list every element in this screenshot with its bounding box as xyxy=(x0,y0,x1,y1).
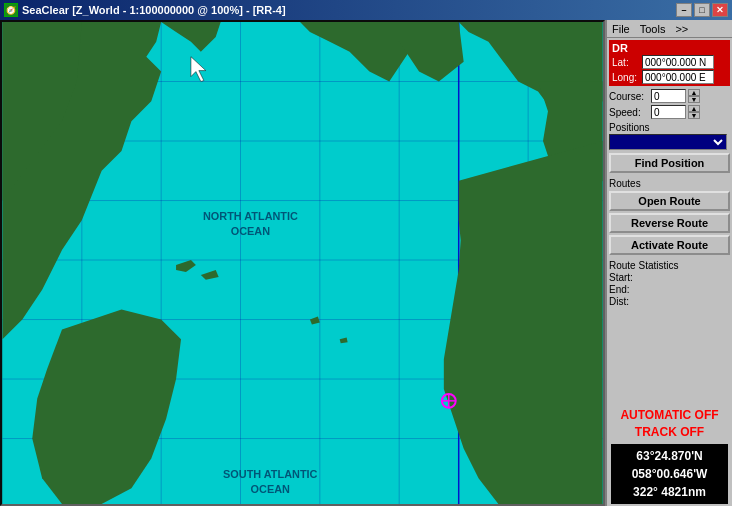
auto-track-status: AUTOMATIC OFF TRACK OFF xyxy=(611,407,728,441)
dr-section: DR Lat: Long: xyxy=(609,40,730,86)
dist-stat: Dist: xyxy=(609,296,730,307)
routes-section: Routes Open Route Reverse Route Activate… xyxy=(609,178,730,255)
dr-label: DR xyxy=(612,42,727,54)
lon-row: Long: xyxy=(612,70,727,84)
minimize-button[interactable]: – xyxy=(676,3,692,17)
speed-row: Speed: ▲ ▼ xyxy=(609,105,730,119)
display-bearing: 322° 4821nm xyxy=(614,483,725,501)
display-lon: 058°00.646'W xyxy=(614,465,725,483)
course-row: Course: ▲ ▼ xyxy=(609,89,730,103)
speed-spinner: ▲ ▼ xyxy=(688,105,700,119)
course-label: Course: xyxy=(609,91,649,102)
menu-bar: File Tools >> xyxy=(607,20,732,38)
speed-down[interactable]: ▼ xyxy=(688,112,700,119)
lat-label: Lat: xyxy=(612,57,640,68)
more-menu[interactable]: >> xyxy=(672,22,691,36)
course-input[interactable] xyxy=(651,89,686,103)
svg-text:SOUTH ATLANTIC: SOUTH ATLANTIC xyxy=(223,468,318,480)
end-stat: End: xyxy=(609,284,730,295)
positions-dropdown[interactable] xyxy=(609,134,727,150)
route-stats-label: Route Statistics xyxy=(609,260,730,271)
reverse-route-button[interactable]: Reverse Route xyxy=(609,213,730,233)
titlebar-left: 🧭 SeaClear [Z_World - 1:100000000 @ 100%… xyxy=(4,3,286,17)
speed-label: Speed: xyxy=(609,107,649,118)
tools-menu[interactable]: Tools xyxy=(637,22,669,36)
lon-label: Long: xyxy=(612,72,640,83)
status-area: AUTOMATIC OFF TRACK OFF 63°24.870'N 058°… xyxy=(607,403,732,506)
routes-label: Routes xyxy=(609,178,730,189)
positions-label: Positions xyxy=(609,122,730,133)
start-label: Start: xyxy=(609,272,633,283)
maximize-button[interactable]: □ xyxy=(694,3,710,17)
auto-status: AUTOMATIC OFF xyxy=(611,407,728,424)
svg-text:NORTH ATLANTIC: NORTH ATLANTIC xyxy=(203,210,298,222)
start-stat: Start: xyxy=(609,272,730,283)
titlebar-title: SeaClear [Z_World - 1:100000000 @ 100%] … xyxy=(22,4,286,16)
close-button[interactable]: ✕ xyxy=(712,3,728,17)
main-layout: NORTH ATLANTIC OCEAN SOUTH ATLANTIC OCEA… xyxy=(0,20,732,506)
file-menu[interactable]: File xyxy=(609,22,633,36)
speed-up[interactable]: ▲ xyxy=(688,105,700,112)
map-svg: NORTH ATLANTIC OCEAN SOUTH ATLANTIC OCEA… xyxy=(2,22,603,504)
svg-text:OCEAN: OCEAN xyxy=(231,225,270,237)
route-stats-section: Route Statistics Start: End: Dist: xyxy=(609,260,730,307)
titlebar-controls: – □ ✕ xyxy=(676,3,728,17)
track-status: TRACK OFF xyxy=(611,424,728,441)
dist-label: Dist: xyxy=(609,296,629,307)
display-lat: 63°24.870'N xyxy=(614,447,725,465)
course-spinner: ▲ ▼ xyxy=(688,89,700,103)
positions-section: Positions Find Position xyxy=(609,122,730,173)
course-up[interactable]: ▲ xyxy=(688,89,700,96)
lat-input[interactable] xyxy=(642,55,714,69)
end-label: End: xyxy=(609,284,630,295)
activate-route-button[interactable]: Activate Route xyxy=(609,235,730,255)
lon-input[interactable] xyxy=(642,70,714,84)
course-down[interactable]: ▼ xyxy=(688,96,700,103)
svg-text:OCEAN: OCEAN xyxy=(251,483,290,495)
titlebar: 🧭 SeaClear [Z_World - 1:100000000 @ 100%… xyxy=(0,0,732,20)
find-position-button[interactable]: Find Position xyxy=(609,153,730,173)
right-panel: File Tools >> DR Lat: Long: Course: ▲ ▼ xyxy=(605,20,732,506)
coords-display: 63°24.870'N 058°00.646'W 322° 4821nm xyxy=(611,444,728,504)
open-route-button[interactable]: Open Route xyxy=(609,191,730,211)
speed-input[interactable] xyxy=(651,105,686,119)
lat-row: Lat: xyxy=(612,55,727,69)
app-icon: 🧭 xyxy=(4,3,18,17)
map-area[interactable]: NORTH ATLANTIC OCEAN SOUTH ATLANTIC OCEA… xyxy=(0,20,605,506)
